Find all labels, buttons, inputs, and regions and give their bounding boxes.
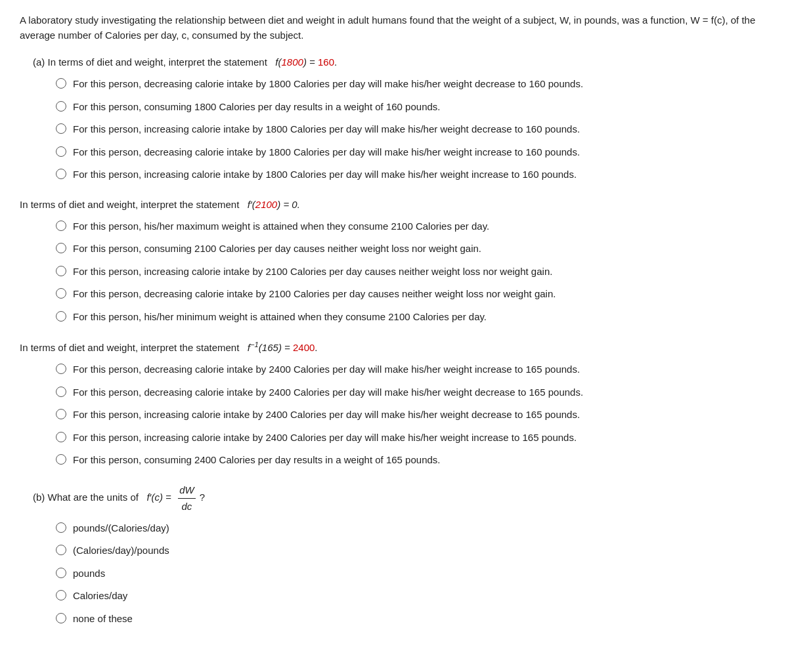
part-b-question-line: (b) What are the units of f′(c) = dW dc … [33,482,768,514]
option-text: For this person, his/her maximum weight … [73,219,489,234]
question-3-line: In terms of diet and weight, interpret t… [20,339,768,356]
part-b-label: (b) What are the units of [33,492,144,503]
fraction-denominator: dc [181,499,194,514]
radio-button[interactable] [56,409,66,419]
option-text: For this person, increasing calorie inta… [73,430,577,446]
option-text: For this person, decreasing calorie inta… [73,362,580,377]
q3-options: For this person, decreasing calorie inta… [56,362,768,468]
list-item: For this person, increasing calorie inta… [56,430,768,446]
list-item: For this person, decreasing calorie inta… [56,362,768,377]
radio-button[interactable] [56,364,66,374]
q1-end: . [334,56,337,68]
list-item: (Calories/day)/pounds [56,543,768,558]
q2-prefix: In terms of diet and weight, interpret t… [20,199,245,210]
part-b: (b) What are the units of f′(c) = dW dc … [20,482,768,627]
option-text: For this person, consuming 1800 Calories… [73,100,440,115]
radio-button[interactable] [56,288,66,299]
list-item: For this person, increasing calorie inta… [56,167,768,182]
radio-button[interactable] [56,311,66,322]
radio-button[interactable] [56,123,66,134]
q1-suffix: ) = [303,56,318,68]
option-text: For this person, his/her minimum weight … [73,310,487,325]
option-text: For this person, increasing calorie inta… [73,122,580,137]
option-text: For this person, decreasing calorie inta… [73,287,556,302]
fraction: dW dc [178,482,196,514]
list-item: For this person, consuming 2100 Calories… [56,242,768,257]
part-a-question-2: In terms of diet and weight, interpret t… [20,197,768,325]
q1-prefix: In terms of diet and weight, interpret t… [48,56,273,68]
list-item: For this person, decreasing calorie inta… [56,77,768,92]
option-text: For this person, decreasing calorie inta… [73,385,583,400]
q1-function: f( [275,56,281,68]
radio-button[interactable] [56,243,66,253]
radio-button[interactable] [56,432,66,442]
radio-button[interactable] [56,387,66,397]
radio-button[interactable] [56,220,66,231]
list-item: For this person, increasing calorie inta… [56,408,768,423]
list-item: For this person, his/her minimum weight … [56,310,768,325]
question-2-line: In terms of diet and weight, interpret t… [20,197,768,213]
radio-button[interactable] [56,613,66,623]
radio-button[interactable] [56,454,66,465]
intro-paragraph: A laboratory study investigating the rel… [20,13,768,43]
radio-button[interactable] [56,568,66,578]
intro-text: A laboratory study investigating the rel… [20,14,755,41]
option-text: For this person, increasing calorie inta… [73,167,577,182]
option-text: (Calories/day)/pounds [73,543,169,558]
option-text: For this person, consuming 2100 Calories… [73,242,481,257]
partb-question-suffix: ? [200,492,205,503]
option-text: pounds [73,566,105,581]
q3-value: 2400 [293,342,315,353]
q3-end: . [315,342,317,353]
q2-arg: 2100 [255,199,277,210]
q2-function: f′( [248,199,255,210]
radio-button[interactable] [56,522,66,533]
list-item: none of these [56,612,768,627]
q2-options: For this person, his/her maximum weight … [56,219,768,325]
list-item: For this person, his/her maximum weight … [56,219,768,234]
fraction-numerator: dW [178,482,196,499]
q1-options: For this person, decreasing calorie inta… [56,77,768,182]
list-item: Calories/day [56,589,768,604]
list-item: pounds/(Calories/day) [56,521,768,536]
partb-options: pounds/(Calories/day) (Calories/day)/pou… [56,521,768,627]
part-a-question-1: (a) In terms of diet and weight, interpr… [20,54,768,182]
option-text: For this person, increasing calorie inta… [73,264,552,280]
radio-button[interactable] [56,169,66,179]
radio-button[interactable] [56,590,66,600]
option-text: For this person, decreasing calorie inta… [73,145,580,160]
option-text: For this person, consuming 2400 Calories… [73,453,440,468]
q3-superscript: −1 [250,341,259,348]
radio-button[interactable] [56,545,66,555]
question-1-line: (a) In terms of diet and weight, interpr… [33,54,768,70]
list-item: For this person, increasing calorie inta… [56,122,768,137]
list-item: For this person, decreasing calorie inta… [56,145,768,160]
option-text: Calories/day [73,589,127,604]
q1-value: 160 [318,56,334,68]
list-item: For this person, increasing calorie inta… [56,264,768,280]
radio-button[interactable] [56,266,66,276]
option-text: For this person, decreasing calorie inta… [73,77,583,92]
list-item: For this person, decreasing calorie inta… [56,385,768,400]
q2-suffix: ) = 0. [277,199,300,210]
list-item: For this person, decreasing calorie inta… [56,287,768,302]
option-text: pounds/(Calories/day) [73,521,169,536]
radio-button[interactable] [56,78,66,89]
list-item: For this person, consuming 1800 Calories… [56,100,768,115]
part-a-label: (a) [33,56,48,68]
partb-function-label: f′(c) = [146,492,174,503]
option-text: none of these [73,612,133,627]
radio-button[interactable] [56,146,66,157]
list-item: For this person, consuming 2400 Calories… [56,453,768,468]
list-item: pounds [56,566,768,581]
radio-button[interactable] [56,101,66,112]
part-a-question-3: In terms of diet and weight, interpret t… [20,339,768,468]
q1-arg: 1800 [282,56,303,68]
q3-arg: (165) = [259,342,293,353]
option-text: For this person, increasing calorie inta… [73,408,580,423]
q3-prefix: In terms of diet and weight, interpret t… [20,342,245,353]
